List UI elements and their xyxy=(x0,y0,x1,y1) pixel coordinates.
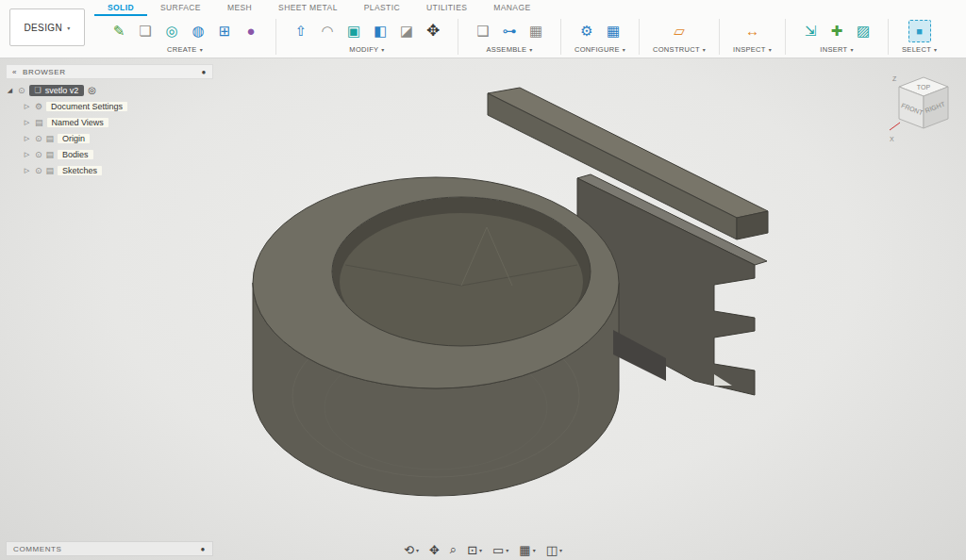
configuration-table-icon[interactable]: ▦ xyxy=(602,20,625,42)
browser-item-sketches[interactable]: ▷ ⊙ ▤ Sketches xyxy=(6,162,213,178)
tab-sheet-metal[interactable]: SHEET METAL xyxy=(265,0,351,16)
dropdown-caret-icon: ▾ xyxy=(529,46,532,53)
viewports-icon[interactable]: ◫ ▾ xyxy=(546,543,562,557)
shell-icon[interactable]: ▣ xyxy=(342,20,365,42)
item-label: Sketches xyxy=(58,166,102,175)
browser-header[interactable]: « BROWSER ● xyxy=(6,64,213,79)
create-dropdown[interactable]: CREATE ▾ xyxy=(167,45,203,54)
press-pull-icon[interactable]: ⇧ xyxy=(290,20,312,42)
toolbar-group-assemble: ❑ ⊶ ▦ ASSEMBLE ▾ xyxy=(458,16,560,58)
browser-tree: ◢ ⊙ ❑ svetlo v2 ◎ ▷ ⚙ Document Settings … xyxy=(6,79,213,178)
grid-settings-icon[interactable]: ▦ ▾ xyxy=(519,543,535,557)
dropdown-caret-icon: ▾ xyxy=(623,46,625,53)
hole-icon[interactable]: ◍ xyxy=(187,20,209,42)
extrude-icon[interactable]: ❏ xyxy=(134,20,157,42)
browser-item-origin[interactable]: ▷ ⊙ ▤ Origin xyxy=(6,130,213,146)
create-form-icon[interactable]: ● xyxy=(240,20,262,42)
component-cube-icon: ❑ xyxy=(35,86,42,94)
select-icon[interactable]: ■ xyxy=(908,20,931,42)
fit-icon[interactable]: ⊡ ▾ xyxy=(467,543,482,557)
active-component-chip[interactable]: ❑ svetlo v2 xyxy=(29,85,85,96)
fillet-icon[interactable]: ◠ xyxy=(316,20,339,42)
new-component-icon[interactable]: ❑ xyxy=(472,20,494,42)
combine-icon[interactable]: ◧ xyxy=(369,20,391,42)
visibility-eye-icon[interactable]: ⊙ xyxy=(18,86,25,95)
pan-icon[interactable]: ✥ xyxy=(429,543,440,557)
comments-bar[interactable]: COMMENTS ● xyxy=(6,541,213,556)
group-label-assemble: ASSEMBLE xyxy=(486,45,526,54)
dropdown-caret-icon: ▾ xyxy=(703,46,706,53)
derive-icon[interactable]: ⇲ xyxy=(799,20,822,42)
toolbar-area: DESIGN ▾ SOLID SURFACE MESH SHEET METAL … xyxy=(0,0,966,58)
tab-utilities[interactable]: UTILITIES xyxy=(413,0,480,16)
browser-item-document-settings[interactable]: ▷ ⚙ Document Settings xyxy=(6,98,213,114)
modify-dropdown[interactable]: MODIFY ▾ xyxy=(349,45,384,54)
dropdown-caret-icon: ▾ xyxy=(506,547,508,553)
browser-item-named-views[interactable]: ▷ ▤ Named Views xyxy=(6,114,213,130)
comments-label: COMMENTS xyxy=(13,545,61,553)
construct-dropdown[interactable]: CONSTRUCT ▾ xyxy=(653,45,706,54)
dropdown-caret-icon: ▾ xyxy=(479,547,482,553)
tab-mesh[interactable]: MESH xyxy=(214,0,265,16)
inspect-dropdown[interactable]: INSPECT ▾ xyxy=(733,45,772,54)
create-sketch-icon[interactable]: ✎ xyxy=(108,20,130,42)
expander-icon[interactable]: ▷ xyxy=(23,119,31,126)
expander-icon[interactable]: ▷ xyxy=(23,167,31,174)
ribbon-tabs: SOLID SURFACE MESH SHEET METAL PLASTIC U… xyxy=(94,0,544,16)
dropdown-caret-icon: ▾ xyxy=(200,46,203,53)
joint-icon[interactable]: ⊶ xyxy=(498,20,521,42)
viewcube[interactable]: Z X TOP FRONT RIGHT xyxy=(887,68,960,155)
fusion-window: DESIGN ▾ SOLID SURFACE MESH SHEET METAL … xyxy=(0,0,966,560)
insert-mesh-icon[interactable]: ✚ xyxy=(825,20,848,42)
dropdown-caret-icon: ▾ xyxy=(381,46,384,53)
configure-icon[interactable]: ⚙ xyxy=(575,20,598,42)
construction-plane-icon[interactable]: ▱ xyxy=(668,20,691,42)
tab-manage[interactable]: MANAGE xyxy=(480,0,543,16)
display-settings-icon[interactable]: ▭ ▾ xyxy=(492,543,508,557)
visibility-eye-icon[interactable]: ⊙ xyxy=(35,150,42,159)
browser-options-button[interactable]: ● xyxy=(202,68,207,76)
toolbar-group-inspect: ↔ INSPECT ▾ xyxy=(720,16,785,58)
browser-panel: « BROWSER ● ◢ ⊙ ❑ svetlo v2 ◎ ▷ ⚙ Docume… xyxy=(6,64,213,178)
assemble-dropdown[interactable]: ASSEMBLE ▾ xyxy=(486,45,532,54)
folder-icon: ▤ xyxy=(46,134,55,143)
expander-icon[interactable]: ▷ xyxy=(23,135,31,142)
measure-icon[interactable]: ↔ xyxy=(741,20,764,42)
zoom-icon[interactable]: ⌕ xyxy=(450,542,457,557)
pattern-icon[interactable]: ⊞ xyxy=(213,20,236,42)
configure-dropdown[interactable]: CONFIGURE ▾ xyxy=(575,45,625,54)
item-label: Bodies xyxy=(58,150,93,159)
tab-plastic[interactable]: PLASTIC xyxy=(351,0,413,16)
select-dropdown[interactable]: SELECT ▾ xyxy=(902,45,937,54)
canvas-icon[interactable]: ▨ xyxy=(852,20,874,42)
expander-open-icon[interactable]: ◢ xyxy=(6,87,14,94)
expander-icon[interactable]: ▷ xyxy=(23,103,31,110)
split-body-icon[interactable]: ◪ xyxy=(395,20,418,42)
root-component-label: svetlo v2 xyxy=(45,86,79,95)
visibility-eye-icon[interactable]: ⊙ xyxy=(35,166,42,175)
insert-dropdown[interactable]: INSERT ▾ xyxy=(820,45,853,54)
comments-options-button[interactable]: ● xyxy=(201,545,206,553)
visibility-eye-icon[interactable]: ⊙ xyxy=(35,134,42,143)
orbit-icon[interactable]: ⟲ ▾ xyxy=(404,543,419,557)
rigid-group-icon[interactable]: ▦ xyxy=(525,20,547,42)
activate-component-radio[interactable]: ◎ xyxy=(88,85,96,95)
viewcube-top-label: TOP xyxy=(917,84,931,91)
item-label: Origin xyxy=(58,134,90,143)
tab-surface[interactable]: SURFACE xyxy=(147,0,214,16)
axis-z-label: Z xyxy=(892,75,897,82)
browser-item-bodies[interactable]: ▷ ⊙ ▤ Bodies xyxy=(6,146,213,162)
toolbar-group-insert: ⇲ ✚ ▨ INSERT ▾ xyxy=(786,16,888,58)
toolbar-group-create: ✎ ❏ ◎ ◍ ⊞ ● CREATE ▾ xyxy=(94,16,275,58)
browser-root-item[interactable]: ◢ ⊙ ❑ svetlo v2 ◎ xyxy=(6,82,213,98)
design-menu-button[interactable]: DESIGN ▾ xyxy=(9,8,85,46)
group-label-inspect: INSPECT xyxy=(733,45,766,54)
browser-title: BROWSER xyxy=(23,68,66,76)
tab-solid[interactable]: SOLID xyxy=(94,0,147,16)
move-copy-icon[interactable]: ✥ xyxy=(422,20,444,42)
revolve-icon[interactable]: ◎ xyxy=(160,20,183,42)
dropdown-caret-icon: ▾ xyxy=(533,547,536,553)
collapse-panel-icon[interactable]: « xyxy=(12,68,17,76)
expander-icon[interactable]: ▷ xyxy=(23,151,31,158)
group-label-configure: CONFIGURE xyxy=(575,45,620,54)
